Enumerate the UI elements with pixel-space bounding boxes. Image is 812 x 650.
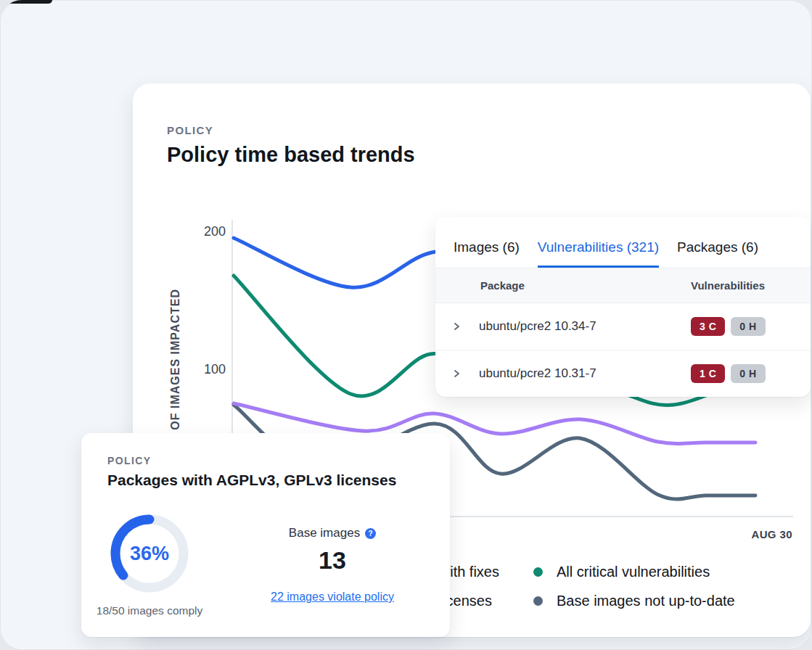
donut-percent-label: 36% <box>106 510 193 597</box>
license-policy-card: POLICY Packages with AGPLv3, GPLv3 licen… <box>81 433 450 637</box>
license-title: Packages with AGPLv3, GPLv3 licenses <box>107 472 396 489</box>
legend-label: All critical vulnerabilities <box>557 564 710 580</box>
y-tick-100: 100 <box>204 362 226 377</box>
critical-count-badge: 3 C <box>691 317 725 336</box>
details-popover: Images (6) Vulnerabilities (321) Package… <box>435 217 811 397</box>
tab-vulnerabilities[interactable]: Vulnerabilities (321) <box>538 239 659 268</box>
base-images-label: Base images ? <box>289 526 376 540</box>
legend-dot-slate <box>533 596 543 606</box>
x-tick-aug-30: AUG 30 <box>751 528 792 540</box>
details-tabs: Images (6) Vulnerabilities (321) Package… <box>435 217 811 268</box>
table-header: Package Vulnerabilities <box>435 268 811 303</box>
dashboard-background: POLICY Policy time based trends 200 100 … <box>0 0 812 650</box>
compliance-donut-chart: 36% <box>106 510 193 597</box>
vulnerability-badges: 3 C 0 H <box>691 317 766 336</box>
legend-label: Base images not up-to-date <box>557 593 735 609</box>
base-images-label-text: Base images <box>289 526 360 540</box>
package-cell: ubuntu/pcre2 10.31-7 <box>435 366 691 381</box>
table-row[interactable]: ubuntu/pcre2 10.34-7 3 C 0 H <box>435 303 811 350</box>
y-axis-label: # OF IMAGES IMPACTED <box>169 289 181 441</box>
legend-item-all-critical-vulnerabilities: All critical vulnerabilities <box>533 564 710 580</box>
high-count-badge: 0 H <box>731 317 765 336</box>
violations-link[interactable]: 22 images violate policy <box>271 591 394 604</box>
base-images-value: 13 <box>245 546 419 575</box>
legend-dot-teal <box>533 567 543 577</box>
base-images-block: Base images ? 13 22 images violate polic… <box>245 526 419 604</box>
tab-packages[interactable]: Packages (6) <box>677 239 758 268</box>
legend-item-base-images-not-up-to-date: Base images not up-to-date <box>533 593 735 609</box>
vulnerability-badges: 1 C 0 H <box>691 364 766 383</box>
column-header-package: Package <box>435 279 691 292</box>
package-cell: ubuntu/pcre2 10.34-7 <box>435 319 691 334</box>
table-row[interactable]: ubuntu/pcre2 10.31-7 1 C 0 H <box>435 350 811 397</box>
chevron-right-icon[interactable] <box>451 321 462 332</box>
donut-caption: 18/50 images comply <box>95 603 204 618</box>
package-name: ubuntu/pcre2 10.31-7 <box>479 366 596 381</box>
critical-count-badge: 1 C <box>691 364 725 383</box>
y-tick-200: 200 <box>204 224 226 239</box>
help-question-icon[interactable]: ? <box>365 528 376 539</box>
chevron-right-icon[interactable] <box>451 369 462 379</box>
package-name: ubuntu/pcre2 10.34-7 <box>479 319 596 334</box>
tab-images[interactable]: Images (6) <box>454 239 520 268</box>
window-corner-artifact <box>6 0 52 4</box>
column-header-vulnerabilities: Vulnerabilities <box>691 279 765 292</box>
license-eyebrow: POLICY <box>107 455 152 466</box>
high-count-badge: 0 H <box>731 364 765 383</box>
